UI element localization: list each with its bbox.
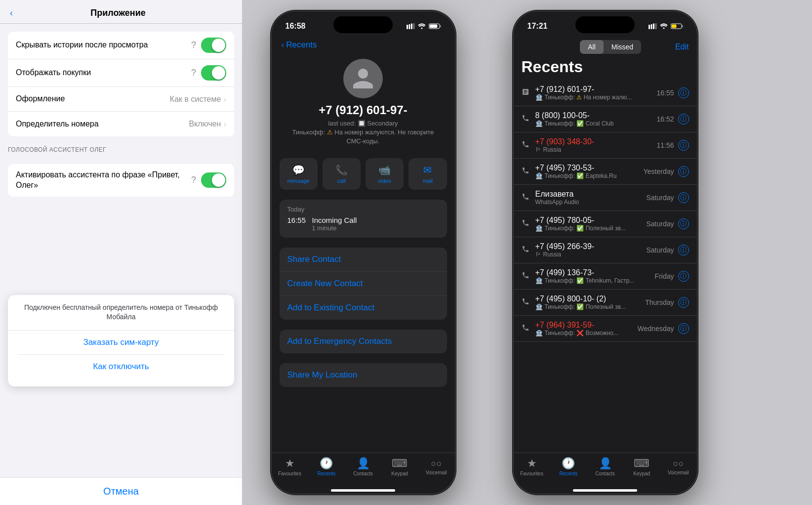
back-to-recents[interactable]: ‹ Recents bbox=[282, 40, 317, 50]
recent-name-5: +7 (495) 780-05- bbox=[535, 216, 647, 225]
back-button[interactable]: ‹ bbox=[10, 8, 13, 18]
recent-name-6: +7 (495) 266-39- bbox=[535, 242, 647, 251]
tab-voicemail-middle[interactable]: ○○ Voicemail bbox=[418, 459, 454, 475]
video-button[interactable]: 📹 video bbox=[365, 158, 404, 190]
svg-rect-14 bbox=[671, 25, 676, 28]
caller-id-row[interactable]: Определитель номера Включен › bbox=[8, 112, 234, 136]
hide-stories-row[interactable]: Скрывать истории после просмотра ? bbox=[8, 32, 234, 59]
caller-id-value: Включен bbox=[189, 120, 221, 128]
svg-rect-7 bbox=[440, 25, 441, 28]
recent-item-1[interactable]: 8 (800) 100-05- 🏦Тинькофф: ✅ Coral Club … bbox=[514, 106, 697, 132]
recent-item-6[interactable]: +7 (495) 266-39- 🏳Russia Saturday ⓘ bbox=[514, 237, 697, 263]
status-time-middle: 16:58 bbox=[285, 22, 306, 31]
mail-icon: ✉ bbox=[423, 164, 432, 176]
recent-item-8[interactable]: +7 (495) 800-10- (2) 🏦Тинькофф: ✅ Полезн… bbox=[514, 290, 697, 316]
order-sim-button[interactable]: Заказать сим-карту bbox=[18, 331, 224, 354]
show-purchases-row[interactable]: Отображать покупки ? bbox=[8, 59, 234, 87]
recent-item-9[interactable]: +7 (964) 391-59- 🏦Тинькофф: ❌ Возможно..… bbox=[514, 316, 697, 342]
create-new-contact-label: Create New Contact bbox=[287, 279, 363, 288]
tab-keypad-right[interactable]: ⌨ Keypad bbox=[623, 457, 660, 476]
recent-info-btn-8[interactable]: ⓘ bbox=[678, 297, 689, 308]
recent-info-btn-5[interactable]: ⓘ bbox=[678, 218, 689, 229]
tab-contacts-right[interactable]: 👤 Contacts bbox=[587, 457, 623, 476]
call-time: 16:55 bbox=[287, 216, 307, 224]
recent-phone-icon-3 bbox=[522, 167, 535, 176]
recents-label: Recents bbox=[317, 471, 335, 476]
cancel-button[interactable]: Отмена bbox=[0, 477, 242, 505]
tab-recents-middle[interactable]: 🕐 Recents bbox=[308, 457, 345, 476]
add-emergency-label: Add to Emergency Contacts bbox=[287, 337, 392, 346]
recent-info-btn-3[interactable]: ⓘ bbox=[678, 166, 689, 177]
tab-favourites-right[interactable]: ★ Favourites bbox=[514, 457, 550, 476]
question-icon-assistant[interactable]: ? bbox=[191, 175, 196, 185]
call-button[interactable]: 📞 call bbox=[323, 158, 361, 190]
recent-item-7[interactable]: +7 (499) 136-73- 🏦Тинькофф: ✅ Tehnikum, … bbox=[514, 263, 697, 290]
right-wrapper: 17:21 All Missed Edit Recents bbox=[484, 0, 726, 505]
recent-info-btn-0[interactable]: ⓘ bbox=[678, 87, 689, 98]
video-icon: 📹 bbox=[378, 164, 391, 176]
recent-item-3[interactable]: +7 (495) 730-53- 🏦Тинькофф: ✅ Eapteka.Ru… bbox=[514, 159, 697, 185]
tab-voicemail-right[interactable]: ○○ Voicemail bbox=[660, 459, 696, 475]
hide-stories-toggle[interactable] bbox=[201, 38, 226, 53]
message-button[interactable]: 💬 message bbox=[280, 158, 318, 190]
add-existing-contact-option[interactable]: Add to Existing Contact bbox=[280, 296, 447, 320]
chevron-icon-2: › bbox=[224, 95, 226, 103]
svg-rect-10 bbox=[653, 24, 654, 30]
assistant-toggle[interactable] bbox=[201, 172, 226, 188]
segment-all[interactable]: All bbox=[580, 40, 604, 54]
recent-info-8: +7 (495) 800-10- (2) 🏦Тинькофф: ✅ Полезн… bbox=[535, 295, 646, 310]
segment-missed[interactable]: Missed bbox=[604, 40, 641, 54]
svg-point-4 bbox=[421, 28, 422, 29]
tab-bar-middle: ★ Favourites 🕐 Recents 👤 Contacts ⌨ Keyp… bbox=[272, 453, 455, 486]
svg-rect-11 bbox=[655, 23, 656, 29]
recent-sub-0: 🏦Тинькофф: ⚠ На номер жалю... bbox=[535, 94, 657, 101]
recent-info-btn-4[interactable]: ⓘ bbox=[678, 192, 689, 203]
recent-info-btn-9[interactable]: ⓘ bbox=[678, 323, 689, 334]
share-contact-option[interactable]: Share Contact bbox=[280, 248, 447, 272]
add-emergency-option[interactable]: Add to Emergency Contacts bbox=[280, 330, 447, 353]
assistant-row[interactable]: Активировать ассистента по фразе «Привет… bbox=[8, 164, 234, 197]
voicemail-label-right: Voicemail bbox=[668, 470, 689, 475]
hide-stories-label: Скрывать истории после просмотра bbox=[16, 40, 191, 50]
recent-item-2[interactable]: +7 (903) 348-30- 🏳Russia 11:56 ⓘ bbox=[514, 132, 697, 159]
recent-sub-6: 🏳Russia bbox=[535, 251, 647, 258]
recent-item-0[interactable]: +7 (912) 601-97- 🏦Тинькофф: ⚠ На номер ж… bbox=[514, 80, 697, 106]
recent-item-5[interactable]: +7 (495) 780-05- 🏦Тинькофф: ✅ Полезный з… bbox=[514, 211, 697, 237]
question-icon-1[interactable]: ? bbox=[191, 68, 196, 78]
recent-item-4[interactable]: Елизавета WhatsApp Audio Saturday ⓘ bbox=[514, 185, 697, 211]
recent-info-5: +7 (495) 780-05- 🏦Тинькофф: ✅ Полезный з… bbox=[535, 216, 647, 232]
tab-contacts-middle[interactable]: 👤 Contacts bbox=[345, 457, 381, 476]
message-label: message bbox=[287, 178, 310, 184]
svg-rect-1 bbox=[408, 24, 410, 29]
tab-favourites-middle[interactable]: ★ Favourites bbox=[272, 457, 308, 476]
keypad-label: Keypad bbox=[391, 471, 408, 476]
recent-phone-icon-9 bbox=[522, 324, 535, 334]
tab-keypad-middle[interactable]: ⌨ Keypad bbox=[381, 457, 418, 476]
recent-sub-4: WhatsApp Audio bbox=[535, 199, 647, 206]
recent-info-btn-7[interactable]: ⓘ bbox=[678, 271, 689, 282]
recent-time-7: Friday bbox=[655, 272, 674, 280]
edit-button[interactable]: Edit bbox=[675, 42, 689, 51]
recent-time-6: Saturday bbox=[646, 246, 674, 254]
create-new-contact-option[interactable]: Create New Contact bbox=[280, 272, 447, 296]
recent-info-btn-2[interactable]: ⓘ bbox=[678, 140, 689, 151]
mail-button[interactable]: ✉ mail bbox=[408, 158, 447, 190]
favourites-label: Favourites bbox=[278, 471, 301, 476]
recent-phone-icon-4 bbox=[522, 193, 535, 203]
contact-avatar-section: +7 (912) 601-97- last used: 🔲 Secondary … bbox=[272, 54, 455, 153]
message-icon: 💬 bbox=[292, 164, 305, 176]
theme-row[interactable]: Оформление Как в системе › bbox=[8, 87, 234, 112]
recent-info-btn-1[interactable]: ⓘ bbox=[678, 114, 689, 125]
question-icon-0[interactable]: ? bbox=[191, 40, 196, 50]
share-location-option[interactable]: Share My Location bbox=[280, 363, 447, 387]
show-purchases-toggle[interactable] bbox=[201, 65, 226, 81]
recent-time-9: Wednesday bbox=[638, 325, 674, 333]
recent-time-5: Saturday bbox=[646, 220, 674, 228]
svg-rect-6 bbox=[429, 25, 437, 28]
how-to-disable-button[interactable]: Как отключить bbox=[18, 354, 224, 379]
tab-recents-right[interactable]: 🕐 Recents bbox=[550, 457, 587, 476]
recent-info-btn-6[interactable]: ⓘ bbox=[678, 245, 689, 255]
call-type: Incoming Call bbox=[312, 216, 357, 224]
section-label-assistant: ГОЛОСОВОЙ АССИСТЕНТ ОЛЕГ bbox=[0, 136, 242, 156]
recent-sub-9: 🏦Тинькофф: ❌ Возможно... bbox=[535, 330, 638, 337]
